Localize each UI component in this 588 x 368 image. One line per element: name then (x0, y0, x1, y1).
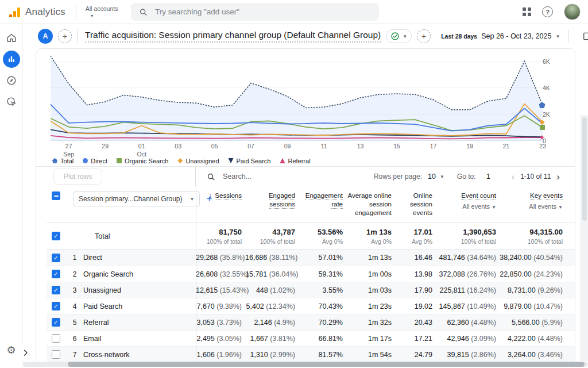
total-metric-value: 17.01 (395, 228, 432, 236)
admin-gear-icon[interactable]: ⚙ (6, 344, 16, 356)
row-number: 4 (66, 302, 83, 310)
metric-cell: 2,495 (3.05%) (196, 335, 245, 343)
metric-value: 1m 03s (368, 286, 392, 294)
row-checkbox-checked[interactable]: ✓ (52, 270, 60, 278)
metric-cell: 15,781 (36.04%) (245, 270, 299, 278)
apps-grid-icon[interactable] (523, 7, 531, 16)
row-number: 6 (66, 335, 83, 343)
metric-cell: 1m 03s (346, 286, 395, 294)
x-axis-tick: 23 (539, 143, 546, 151)
date-range-picker[interactable]: Last 28 days Sep 26 - Oct 23, 2025 ▼ (441, 32, 560, 40)
pagination-range: 1-10 of 11 (520, 172, 551, 181)
row-checkbox-checked[interactable]: ✓ (52, 254, 60, 262)
column-header-event-count[interactable]: Event countAll events ▼ (436, 191, 500, 211)
x-axis-tick: 03 (175, 143, 181, 151)
y-axis-label: 4K (543, 85, 550, 91)
table-search[interactable] (207, 172, 302, 181)
metric-value: 59.31% (319, 270, 343, 278)
table-controls: Plot rows Rows per page: 10▼ Go to: ‹ (36, 166, 575, 186)
metric-percent: (26.76%) (465, 270, 496, 278)
horizontal-scrollbar-thumb[interactable] (68, 362, 585, 367)
metric-value: 17.21 (415, 335, 432, 343)
metric-value: 22,850.00 (500, 270, 532, 278)
row-checkbox-checked[interactable]: ✓ (52, 302, 60, 310)
column-header-key-events[interactable]: Key eventsAll events ▼ (500, 191, 566, 211)
account-switcher[interactable]: All accounts ▼ (86, 6, 118, 18)
x-axis-tick: 21 (503, 143, 510, 151)
legend-label: Paid Search (237, 158, 271, 164)
metric-value: 16.46 (415, 254, 432, 262)
column-header-online-session-events[interactable]: Online session events (395, 191, 436, 218)
row-checkbox-checked[interactable]: ✓ (52, 318, 60, 327)
metric-value: 62,360 (447, 319, 469, 327)
metric-percent: (3.09%) (469, 335, 496, 343)
vertical-scrollbar-thumb[interactable] (582, 117, 587, 221)
metric-cell: 448 (1.02%) (245, 286, 299, 294)
dimension-dropdown[interactable]: Session primary...Channel Group)▼ (73, 191, 200, 206)
column-header-average-online-session-engagement[interactable]: Average online session engagement (346, 191, 395, 218)
sidebar-expand-button[interactable] (21, 346, 33, 359)
column-header-sessions[interactable]: ↓ Sessions (196, 191, 245, 200)
metric-percent: (3.81%) (268, 335, 295, 343)
row-number: 5 (66, 319, 83, 327)
metric-cell: 3,264.00 (3.46%) (500, 351, 566, 359)
sidebar-item-explore[interactable] (3, 72, 20, 89)
metric-cell: 62,360 (4.48%) (436, 319, 500, 327)
metric-percent: (4.48%) (469, 319, 496, 327)
column-header-engaged-sessions[interactable]: Engaged sessions (245, 191, 299, 209)
report-title[interactable]: Traffic acquisition: Session primary cha… (85, 30, 381, 43)
metric-percent: (12.34%) (264, 302, 295, 310)
goto-page-input[interactable] (482, 172, 496, 181)
total-metric-value: 81,750 (196, 228, 242, 236)
unassigned-legend-marker (177, 158, 183, 163)
column-header-engagement-rate[interactable]: Engagement rate (299, 191, 346, 209)
row-checkbox-checked[interactable]: ✓ (52, 286, 60, 294)
metric-cell: 17.21 (395, 335, 436, 343)
column-label: Key events (530, 192, 563, 200)
next-page-button[interactable]: › (553, 172, 563, 182)
table-search-input[interactable] (222, 172, 302, 181)
add-comparison-button[interactable]: + (58, 29, 72, 43)
metric-percent: (4.9%) (272, 319, 295, 327)
report-status-dropdown[interactable]: ▼ (386, 29, 412, 43)
total-metric-cell: 43,787100% of total (245, 228, 299, 245)
x-axis-tick: 05 (211, 143, 218, 151)
chevron-down-icon: ▼ (403, 34, 407, 39)
header-divider (568, 30, 569, 43)
row-checkbox-checked[interactable]: ✓ (52, 232, 60, 240)
metric-cell: 1,667 (3.81%) (245, 335, 299, 343)
header-divider (77, 30, 78, 43)
metric-value: 225,811 (440, 286, 465, 294)
metric-value: 4,222.00 (508, 335, 536, 343)
total-metric-cell: 1,390,653100% of total (436, 228, 500, 245)
search-icon (207, 172, 215, 181)
row-checkbox-unchecked[interactable] (52, 334, 60, 343)
column-filter-event-count[interactable]: All events ▼ (436, 202, 496, 211)
help-icon[interactable]: ? (542, 6, 553, 17)
account-avatar[interactable]: A (38, 29, 53, 44)
select-all-checkbox[interactable] (52, 191, 60, 200)
metric-cell: 9,879.00 (10.47%) (500, 302, 566, 310)
metric-value: 372,088 (439, 270, 465, 278)
rows-per-page-select[interactable]: 10▼ (428, 172, 444, 181)
global-search[interactable] (131, 3, 379, 21)
metric-value: 81.57% (319, 351, 343, 359)
column-label: Online session events (410, 192, 432, 216)
metric-cell: 1m 32s (346, 319, 395, 327)
user-avatar[interactable] (564, 3, 581, 20)
chevron-down-icon: ▼ (440, 174, 444, 179)
metric-value: 16,686 (245, 254, 267, 262)
metric-cell: 39,815 (2.86%) (436, 351, 500, 359)
sidebar-item-reports[interactable] (3, 51, 20, 68)
horizontal-scrollbar[interactable] (23, 362, 588, 367)
sidebar-item-advertising[interactable] (3, 93, 20, 110)
row-checkbox-unchecked[interactable] (52, 350, 60, 359)
metric-cell: 8,731.00 (9.26%) (500, 286, 566, 294)
feedback-note-icon[interactable] (582, 31, 588, 41)
add-report-button[interactable]: + (417, 29, 431, 43)
sidebar-item-home[interactable] (3, 29, 20, 47)
column-filter-key-events[interactable]: All events ▼ (500, 202, 563, 211)
global-search-input[interactable] (154, 7, 371, 17)
traffic-chart-section: 02K4K6K (36, 49, 575, 141)
vertical-scrollbar[interactable] (581, 115, 588, 361)
